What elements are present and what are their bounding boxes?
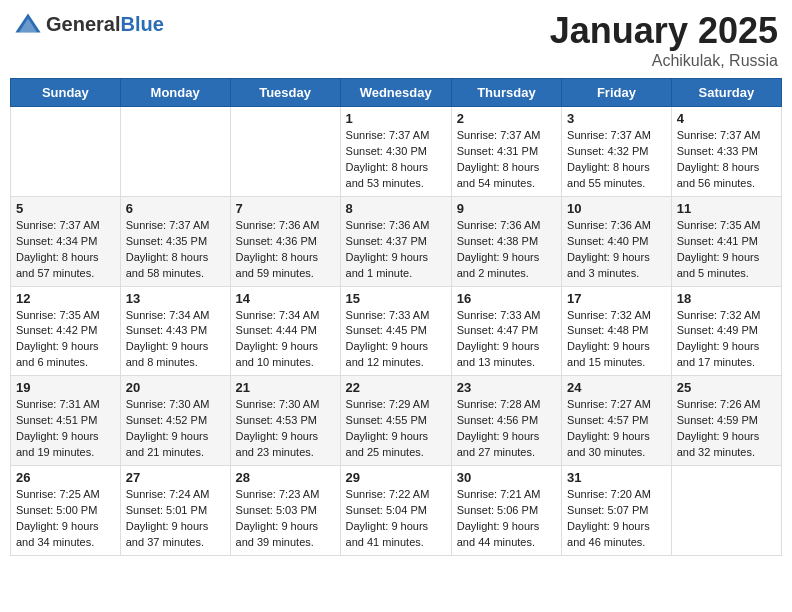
calendar-cell: 16Sunrise: 7:33 AM Sunset: 4:47 PM Dayli… xyxy=(451,286,561,376)
day-info: Sunrise: 7:32 AM Sunset: 4:48 PM Dayligh… xyxy=(567,308,666,372)
calendar-cell: 23Sunrise: 7:28 AM Sunset: 4:56 PM Dayli… xyxy=(451,376,561,466)
page-header: GeneralBlue January 2025 Achikulak, Russ… xyxy=(10,10,782,70)
logo-general: General xyxy=(46,13,120,35)
month-title: January 2025 xyxy=(550,10,778,52)
day-info: Sunrise: 7:27 AM Sunset: 4:57 PM Dayligh… xyxy=(567,397,666,461)
calendar-cell: 21Sunrise: 7:30 AM Sunset: 4:53 PM Dayli… xyxy=(230,376,340,466)
calendar-cell: 26Sunrise: 7:25 AM Sunset: 5:00 PM Dayli… xyxy=(11,466,121,556)
location-title: Achikulak, Russia xyxy=(550,52,778,70)
day-info: Sunrise: 7:37 AM Sunset: 4:34 PM Dayligh… xyxy=(16,218,115,282)
calendar-cell: 30Sunrise: 7:21 AM Sunset: 5:06 PM Dayli… xyxy=(451,466,561,556)
calendar-cell: 8Sunrise: 7:36 AM Sunset: 4:37 PM Daylig… xyxy=(340,196,451,286)
week-row-4: 19Sunrise: 7:31 AM Sunset: 4:51 PM Dayli… xyxy=(11,376,782,466)
calendar-cell: 13Sunrise: 7:34 AM Sunset: 4:43 PM Dayli… xyxy=(120,286,230,376)
day-number: 20 xyxy=(126,380,225,395)
week-row-5: 26Sunrise: 7:25 AM Sunset: 5:00 PM Dayli… xyxy=(11,466,782,556)
week-row-2: 5Sunrise: 7:37 AM Sunset: 4:34 PM Daylig… xyxy=(11,196,782,286)
calendar-cell: 24Sunrise: 7:27 AM Sunset: 4:57 PM Dayli… xyxy=(562,376,672,466)
calendar-cell: 15Sunrise: 7:33 AM Sunset: 4:45 PM Dayli… xyxy=(340,286,451,376)
calendar-cell: 29Sunrise: 7:22 AM Sunset: 5:04 PM Dayli… xyxy=(340,466,451,556)
logo-text: GeneralBlue xyxy=(46,13,164,36)
calendar-cell: 25Sunrise: 7:26 AM Sunset: 4:59 PM Dayli… xyxy=(671,376,781,466)
day-number: 17 xyxy=(567,291,666,306)
day-number: 13 xyxy=(126,291,225,306)
calendar-cell: 3Sunrise: 7:37 AM Sunset: 4:32 PM Daylig… xyxy=(562,107,672,197)
calendar-cell: 10Sunrise: 7:36 AM Sunset: 4:40 PM Dayli… xyxy=(562,196,672,286)
day-info: Sunrise: 7:29 AM Sunset: 4:55 PM Dayligh… xyxy=(346,397,446,461)
day-number: 29 xyxy=(346,470,446,485)
calendar-cell: 19Sunrise: 7:31 AM Sunset: 4:51 PM Dayli… xyxy=(11,376,121,466)
day-info: Sunrise: 7:33 AM Sunset: 4:47 PM Dayligh… xyxy=(457,308,556,372)
day-info: Sunrise: 7:30 AM Sunset: 4:53 PM Dayligh… xyxy=(236,397,335,461)
weekday-header-wednesday: Wednesday xyxy=(340,79,451,107)
calendar-cell xyxy=(11,107,121,197)
week-row-3: 12Sunrise: 7:35 AM Sunset: 4:42 PM Dayli… xyxy=(11,286,782,376)
day-info: Sunrise: 7:22 AM Sunset: 5:04 PM Dayligh… xyxy=(346,487,446,551)
day-number: 28 xyxy=(236,470,335,485)
day-info: Sunrise: 7:30 AM Sunset: 4:52 PM Dayligh… xyxy=(126,397,225,461)
day-number: 16 xyxy=(457,291,556,306)
calendar-cell: 9Sunrise: 7:36 AM Sunset: 4:38 PM Daylig… xyxy=(451,196,561,286)
day-number: 7 xyxy=(236,201,335,216)
calendar-cell: 12Sunrise: 7:35 AM Sunset: 4:42 PM Dayli… xyxy=(11,286,121,376)
calendar-cell: 28Sunrise: 7:23 AM Sunset: 5:03 PM Dayli… xyxy=(230,466,340,556)
day-info: Sunrise: 7:28 AM Sunset: 4:56 PM Dayligh… xyxy=(457,397,556,461)
calendar-cell: 20Sunrise: 7:30 AM Sunset: 4:52 PM Dayli… xyxy=(120,376,230,466)
day-info: Sunrise: 7:34 AM Sunset: 4:43 PM Dayligh… xyxy=(126,308,225,372)
day-info: Sunrise: 7:37 AM Sunset: 4:33 PM Dayligh… xyxy=(677,128,776,192)
day-info: Sunrise: 7:32 AM Sunset: 4:49 PM Dayligh… xyxy=(677,308,776,372)
day-number: 11 xyxy=(677,201,776,216)
day-info: Sunrise: 7:25 AM Sunset: 5:00 PM Dayligh… xyxy=(16,487,115,551)
day-info: Sunrise: 7:37 AM Sunset: 4:35 PM Dayligh… xyxy=(126,218,225,282)
day-number: 1 xyxy=(346,111,446,126)
calendar-cell: 2Sunrise: 7:37 AM Sunset: 4:31 PM Daylig… xyxy=(451,107,561,197)
calendar-cell xyxy=(230,107,340,197)
week-row-1: 1Sunrise: 7:37 AM Sunset: 4:30 PM Daylig… xyxy=(11,107,782,197)
day-number: 10 xyxy=(567,201,666,216)
weekday-header-saturday: Saturday xyxy=(671,79,781,107)
calendar-cell: 7Sunrise: 7:36 AM Sunset: 4:36 PM Daylig… xyxy=(230,196,340,286)
day-info: Sunrise: 7:34 AM Sunset: 4:44 PM Dayligh… xyxy=(236,308,335,372)
day-number: 24 xyxy=(567,380,666,395)
day-number: 2 xyxy=(457,111,556,126)
calendar-cell: 27Sunrise: 7:24 AM Sunset: 5:01 PM Dayli… xyxy=(120,466,230,556)
day-number: 22 xyxy=(346,380,446,395)
day-number: 5 xyxy=(16,201,115,216)
logo: GeneralBlue xyxy=(14,10,164,38)
calendar-cell: 11Sunrise: 7:35 AM Sunset: 4:41 PM Dayli… xyxy=(671,196,781,286)
day-number: 19 xyxy=(16,380,115,395)
day-number: 26 xyxy=(16,470,115,485)
weekday-header-tuesday: Tuesday xyxy=(230,79,340,107)
day-number: 14 xyxy=(236,291,335,306)
calendar-cell xyxy=(120,107,230,197)
calendar-table: SundayMondayTuesdayWednesdayThursdayFrid… xyxy=(10,78,782,556)
day-info: Sunrise: 7:31 AM Sunset: 4:51 PM Dayligh… xyxy=(16,397,115,461)
day-info: Sunrise: 7:21 AM Sunset: 5:06 PM Dayligh… xyxy=(457,487,556,551)
day-number: 23 xyxy=(457,380,556,395)
logo-icon xyxy=(14,10,42,38)
day-info: Sunrise: 7:33 AM Sunset: 4:45 PM Dayligh… xyxy=(346,308,446,372)
day-info: Sunrise: 7:36 AM Sunset: 4:36 PM Dayligh… xyxy=(236,218,335,282)
day-number: 12 xyxy=(16,291,115,306)
day-number: 30 xyxy=(457,470,556,485)
day-info: Sunrise: 7:35 AM Sunset: 4:42 PM Dayligh… xyxy=(16,308,115,372)
calendar-cell: 6Sunrise: 7:37 AM Sunset: 4:35 PM Daylig… xyxy=(120,196,230,286)
day-number: 31 xyxy=(567,470,666,485)
day-info: Sunrise: 7:26 AM Sunset: 4:59 PM Dayligh… xyxy=(677,397,776,461)
day-info: Sunrise: 7:23 AM Sunset: 5:03 PM Dayligh… xyxy=(236,487,335,551)
logo-blue: Blue xyxy=(120,13,163,35)
day-number: 21 xyxy=(236,380,335,395)
calendar-cell: 22Sunrise: 7:29 AM Sunset: 4:55 PM Dayli… xyxy=(340,376,451,466)
weekday-header-sunday: Sunday xyxy=(11,79,121,107)
day-number: 18 xyxy=(677,291,776,306)
calendar-cell: 5Sunrise: 7:37 AM Sunset: 4:34 PM Daylig… xyxy=(11,196,121,286)
day-number: 8 xyxy=(346,201,446,216)
calendar-cell: 4Sunrise: 7:37 AM Sunset: 4:33 PM Daylig… xyxy=(671,107,781,197)
day-info: Sunrise: 7:36 AM Sunset: 4:38 PM Dayligh… xyxy=(457,218,556,282)
calendar-cell: 1Sunrise: 7:37 AM Sunset: 4:30 PM Daylig… xyxy=(340,107,451,197)
weekday-header-thursday: Thursday xyxy=(451,79,561,107)
day-info: Sunrise: 7:37 AM Sunset: 4:31 PM Dayligh… xyxy=(457,128,556,192)
day-info: Sunrise: 7:37 AM Sunset: 4:32 PM Dayligh… xyxy=(567,128,666,192)
day-info: Sunrise: 7:20 AM Sunset: 5:07 PM Dayligh… xyxy=(567,487,666,551)
day-info: Sunrise: 7:36 AM Sunset: 4:37 PM Dayligh… xyxy=(346,218,446,282)
